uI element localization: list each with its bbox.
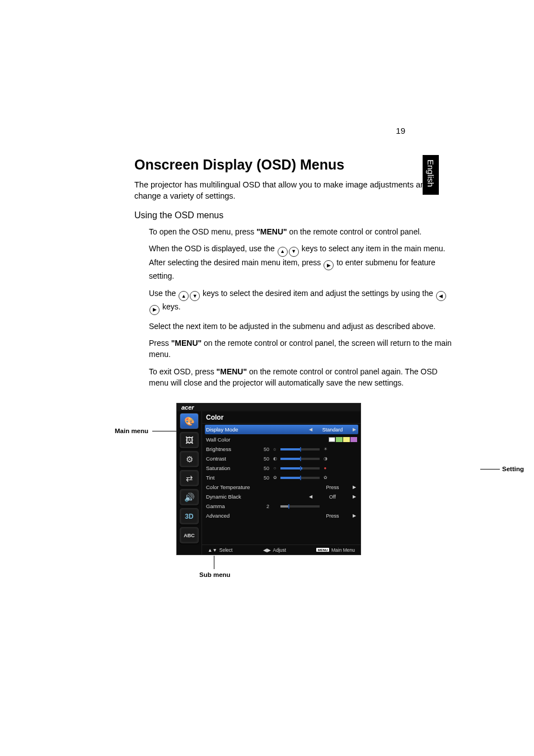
right-arrow-icon[interactable]: ▶ <box>352 485 357 490</box>
callout-main-menu: Main menu <box>115 428 148 434</box>
osd-row-display-mode[interactable]: Display Mode ◀Standard▶ <box>205 425 358 434</box>
step-4: Select the next item to be adjusted in t… <box>149 321 456 332</box>
osd-brand: acer <box>177 403 360 411</box>
section-heading: Using the OSD menus <box>134 210 456 220</box>
sidebar-item-management[interactable]: ⇄ <box>180 470 199 486</box>
osd-row-wall-color[interactable]: Wall Color <box>206 435 357 444</box>
step-2: When the OSD is displayed, use the ▲▼ ke… <box>149 243 456 281</box>
brightness-slider[interactable] <box>280 448 320 450</box>
up-icon: ▲ <box>278 247 288 257</box>
callout-line <box>214 556 214 569</box>
sliders-icon: ⇄ <box>186 473 193 483</box>
osd-sidebar: 🎨 🖼 ⚙ ⇄ 🔊 3D ABC <box>177 411 202 555</box>
down-icon: ▼ <box>289 247 299 257</box>
down-icon: ▼ <box>190 291 200 301</box>
wall-color-swatches <box>329 437 357 442</box>
callout-line <box>480 469 500 469</box>
menu-button-icon: MENU <box>316 548 329 552</box>
gamma-slider[interactable] <box>280 505 320 508</box>
leftright-icon: ◀▶ <box>263 547 271 553</box>
step-6: To exit OSD, press "MENU" on the remote … <box>149 366 456 389</box>
osd-row-advanced[interactable]: Advanced Press▶ <box>206 511 357 520</box>
osd-window: acer 🎨 🖼 ⚙ ⇄ 🔊 3D ABC Color Display Mode <box>176 403 361 555</box>
updown-icon: ▲▼ <box>208 547 217 553</box>
left-icon: ◀ <box>436 291 446 301</box>
contrast-high-icon: ◑ <box>322 456 329 461</box>
left-arrow-icon[interactable]: ◀ <box>308 427 313 432</box>
osd-row-tint[interactable]: Tint 50 ✿ ✿ <box>206 473 357 482</box>
tint-low-icon: ✿ <box>271 475 278 480</box>
osd-row-brightness[interactable]: Brightness 50 ☼ ☀ <box>206 444 357 454</box>
saturation-slider[interactable] <box>280 467 320 469</box>
brightness-low-icon: ☼ <box>271 447 278 452</box>
brightness-high-icon: ☀ <box>322 447 329 452</box>
sidebar-item-image[interactable]: 🖼 <box>180 432 199 448</box>
osd-row-contrast[interactable]: Contrast 50 ◐ ◑ <box>206 454 357 463</box>
callout-sub-menu: Sub menu <box>199 571 231 578</box>
right-icon: ▶ <box>324 260 334 270</box>
right-arrow-icon[interactable]: ▶ <box>352 513 357 518</box>
callout-setting: Setting <box>502 466 524 472</box>
osd-figure: Main menu Setting Sub menu acer 🎨 🖼 ⚙ ⇄ … <box>123 402 456 581</box>
tint-high-icon: ✿ <box>322 475 329 480</box>
page-title: Onscreen Display (OSD) Menus <box>134 157 456 173</box>
tint-slider[interactable] <box>280 477 320 479</box>
image-icon: 🖼 <box>185 435 194 445</box>
intro-text: The projector has multilingual OSD that … <box>134 180 456 201</box>
right-arrow-icon[interactable]: ▶ <box>352 494 357 499</box>
gear-icon: ⚙ <box>186 454 193 464</box>
sidebar-item-settings[interactable]: ⚙ <box>180 451 199 467</box>
osd-row-dynamic-black[interactable]: Dynamic Black ◀Off▶ <box>206 492 357 501</box>
right-arrow-icon[interactable]: ▶ <box>352 427 357 432</box>
contrast-slider[interactable] <box>280 458 320 460</box>
osd-row-gamma[interactable]: Gamma 2 <box>206 501 357 511</box>
saturation-high-icon: ● <box>322 466 329 471</box>
sidebar-item-color[interactable]: 🎨 <box>180 413 199 429</box>
sidebar-item-3d[interactable]: 3D <box>180 508 199 524</box>
page-number: 19 <box>396 126 405 135</box>
osd-panel-title: Color <box>202 411 360 424</box>
osd-footer: ▲▼Select ◀▶Adjust MENUMain Menu <box>202 544 360 555</box>
up-icon: ▲ <box>179 291 189 301</box>
contrast-low-icon: ◐ <box>271 456 278 461</box>
palette-icon: 🎨 <box>184 416 195 426</box>
step-1: To open the OSD menu, press "MENU" on th… <box>149 226 456 237</box>
callout-line <box>152 431 176 431</box>
saturation-low-icon: ○ <box>271 466 278 471</box>
step-3: Use the ▲▼ keys to select the desired it… <box>149 288 456 315</box>
osd-row-saturation[interactable]: Saturation 50 ○ ● <box>206 463 357 473</box>
osd-row-color-temp[interactable]: Color Temperature Press▶ <box>206 482 357 492</box>
sidebar-item-language[interactable]: ABC <box>180 527 199 543</box>
speaker-icon: 🔊 <box>184 492 195 503</box>
right-icon: ▶ <box>149 305 160 315</box>
step-5: Press "MENU" on the remote control or co… <box>149 337 456 360</box>
language-tab: English <box>423 155 439 195</box>
left-arrow-icon[interactable]: ◀ <box>308 494 313 499</box>
sidebar-item-audio[interactable]: 🔊 <box>180 489 199 505</box>
